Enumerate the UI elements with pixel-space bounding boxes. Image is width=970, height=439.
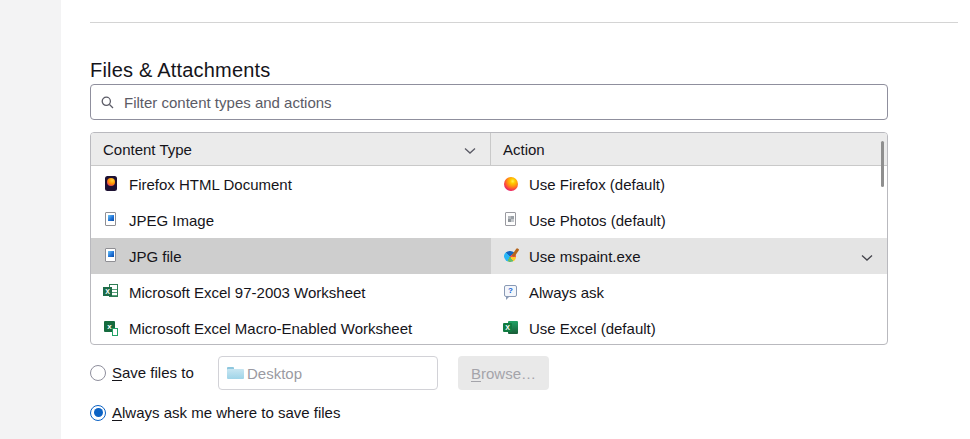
save-files-to-radio[interactable]	[90, 365, 106, 381]
image-file-icon	[103, 212, 119, 228]
content-type-cell[interactable]: Firefox HTML Document	[91, 166, 491, 202]
content-type-label: JPEG Image	[129, 212, 214, 229]
content-type-cell[interactable]: x Microsoft Excel Macro-Enabled Workshee…	[91, 310, 491, 345]
settings-sidebar-edge	[0, 0, 61, 439]
table-scrollbar-thumb[interactable]	[881, 141, 884, 187]
content-types-table: Content Type Action Firefox HTML Documen…	[90, 132, 888, 345]
action-cell[interactable]: Use Firefox (default)	[491, 166, 887, 202]
content-type-header-label: Content Type	[103, 141, 192, 158]
table-row[interactable]: JPEG Image Use Photos (default)	[91, 202, 887, 238]
content-type-cell[interactable]: X Microsoft Excel 97-2003 Worksheet	[91, 274, 491, 310]
action-cell[interactable]: Use Excel (default)	[491, 310, 887, 345]
photos-app-icon	[503, 212, 519, 228]
excel-app-icon	[503, 320, 519, 336]
action-cell[interactable]: Always ask	[491, 274, 887, 310]
action-header-label: Action	[503, 141, 545, 158]
action-dropdown[interactable]: Use mspaint.exe	[491, 238, 887, 274]
save-files-to-label[interactable]: Save files to	[112, 364, 194, 381]
browse-button[interactable]: Browse…	[458, 356, 549, 390]
table-row[interactable]: x Microsoft Excel Macro-Enabled Workshee…	[91, 310, 887, 345]
table-row[interactable]: Firefox HTML Document Use Firefox (defau…	[91, 166, 887, 202]
content-type-label: Firefox HTML Document	[129, 176, 292, 193]
action-label: Use Photos (default)	[529, 212, 666, 229]
always-ask-radio[interactable]	[90, 405, 106, 421]
excel-macro-file-icon: x	[103, 320, 119, 336]
always-ask-label[interactable]: Always ask me where to save files	[112, 404, 340, 421]
action-cell[interactable]: Use Photos (default)	[491, 202, 887, 238]
chevron-down-icon[interactable]	[861, 248, 873, 265]
save-location-value: Desktop	[247, 365, 302, 382]
content-type-cell[interactable]: JPEG Image	[91, 202, 491, 238]
content-type-label: JPG file	[129, 248, 182, 265]
paint-app-icon	[503, 248, 519, 264]
table-header: Content Type Action	[91, 133, 887, 166]
table-row-selected[interactable]: JPG file Use mspaint.exe	[91, 238, 887, 274]
action-label: Use mspaint.exe	[529, 248, 641, 265]
action-label: Always ask	[529, 284, 604, 301]
filter-input[interactable]	[122, 93, 877, 112]
column-header-content-type[interactable]: Content Type	[91, 133, 491, 165]
image-file-icon	[103, 248, 119, 264]
save-location-input[interactable]: Desktop	[218, 356, 438, 390]
page-title: Files & Attachments	[90, 59, 271, 82]
action-label: Use Firefox (default)	[529, 176, 665, 193]
always-ask-option[interactable]: Always ask me where to save files	[90, 404, 340, 421]
content-type-label: Microsoft Excel 97-2003 Worksheet	[129, 284, 366, 301]
section-divider	[90, 22, 958, 23]
column-header-action[interactable]: Action	[491, 133, 887, 165]
chevron-down-icon[interactable]	[464, 141, 476, 158]
always-ask-icon	[503, 284, 519, 300]
content-type-cell[interactable]: JPG file	[91, 238, 491, 274]
save-files-to-option[interactable]: Save files to	[90, 364, 194, 381]
firefox-document-icon	[103, 176, 119, 192]
firefox-icon	[503, 176, 519, 192]
folder-icon	[227, 367, 244, 379]
search-icon	[101, 96, 114, 109]
table-row[interactable]: X Microsoft Excel 97-2003 Worksheet Alwa…	[91, 274, 887, 310]
action-label: Use Excel (default)	[529, 320, 656, 337]
excel-legacy-file-icon: X	[103, 284, 119, 300]
filter-input-container[interactable]	[90, 84, 888, 120]
content-type-label: Microsoft Excel Macro-Enabled Worksheet	[129, 320, 412, 337]
